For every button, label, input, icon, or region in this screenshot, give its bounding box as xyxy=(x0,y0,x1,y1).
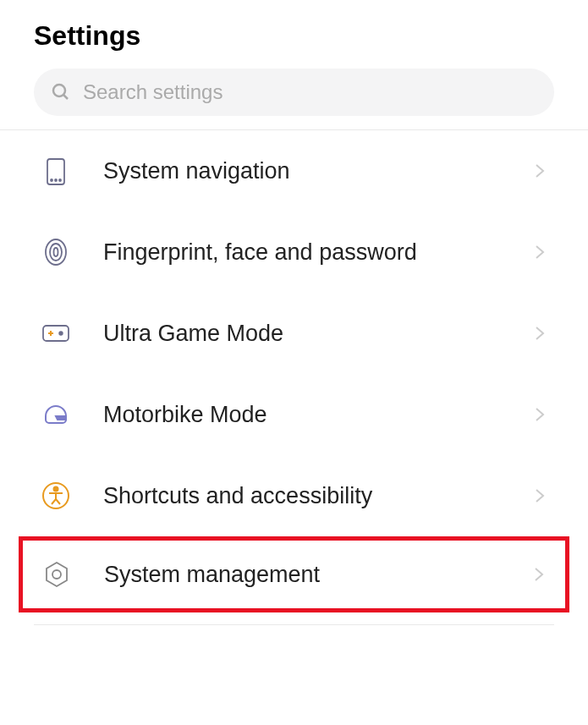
settings-item-motorbike-mode[interactable]: Motorbike Mode xyxy=(0,374,588,455)
svg-point-20 xyxy=(52,570,61,579)
settings-item-label: Motorbike Mode xyxy=(103,402,532,428)
chevron-right-icon xyxy=(532,326,547,341)
svg-rect-9 xyxy=(43,326,69,341)
phone-icon xyxy=(41,156,71,186)
settings-item-system-management[interactable]: System management xyxy=(19,536,569,612)
svg-line-18 xyxy=(56,499,60,504)
settings-item-accessibility[interactable]: Shortcuts and accessibility xyxy=(0,455,588,536)
settings-item-label: System management xyxy=(104,562,531,588)
svg-point-5 xyxy=(59,179,61,181)
settings-item-fingerprint[interactable]: Fingerprint, face and password xyxy=(0,211,588,293)
svg-point-8 xyxy=(54,248,58,256)
header: Settings xyxy=(0,0,588,69)
chevron-right-icon xyxy=(532,407,547,422)
settings-item-label: Ultra Game Mode xyxy=(103,321,532,347)
chevron-right-icon xyxy=(532,244,547,260)
search-icon xyxy=(51,82,71,102)
svg-line-1 xyxy=(63,95,68,99)
chevron-right-icon xyxy=(532,163,547,179)
svg-point-4 xyxy=(55,179,57,181)
svg-point-7 xyxy=(50,244,62,261)
accessibility-icon xyxy=(41,481,71,511)
settings-item-label: Fingerprint, face and password xyxy=(103,239,532,266)
chevron-right-icon xyxy=(531,567,547,582)
svg-point-3 xyxy=(51,179,52,181)
svg-marker-19 xyxy=(47,563,67,586)
page-title: Settings xyxy=(34,20,554,52)
gear-hex-icon xyxy=(41,559,72,590)
svg-line-17 xyxy=(52,499,56,504)
settings-item-system-navigation[interactable]: System navigation xyxy=(0,130,588,211)
fingerprint-icon xyxy=(41,237,71,267)
settings-item-label: System navigation xyxy=(103,158,532,184)
settings-item-label: Shortcuts and accessibility xyxy=(103,483,532,509)
divider xyxy=(34,624,554,625)
svg-point-0 xyxy=(53,85,65,96)
search-container xyxy=(0,69,588,129)
chevron-right-icon xyxy=(532,488,547,503)
settings-list: System navigation Fingerprint, face and … xyxy=(0,130,588,612)
helmet-icon xyxy=(41,399,71,430)
settings-item-ultra-game-mode[interactable]: Ultra Game Mode xyxy=(0,293,588,374)
gamepad-icon xyxy=(41,318,71,349)
search-input[interactable] xyxy=(83,80,537,104)
svg-point-12 xyxy=(59,332,63,335)
search-box[interactable] xyxy=(34,69,554,116)
svg-point-14 xyxy=(54,487,58,492)
